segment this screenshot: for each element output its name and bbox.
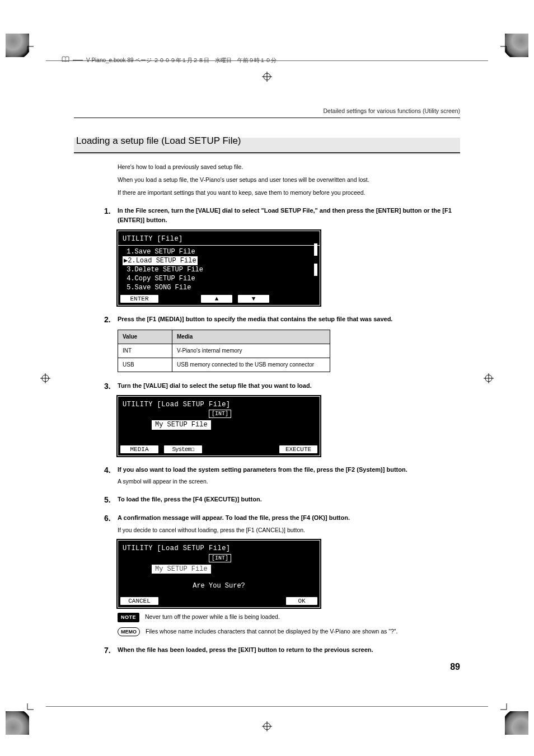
crop-mark [500, 40, 513, 53]
lcd-media-tag: [INT] [209, 410, 231, 419]
lcd-selected-file: My SETUP File [152, 420, 211, 429]
step-heading: In the File screen, turn the [VALUE] dia… [118, 206, 460, 225]
step-heading: If you also want to load the system sett… [118, 465, 460, 475]
intro-line: If there are important settings that you… [118, 188, 460, 198]
lcd-softkey-down: ▼ [238, 295, 269, 303]
lcd-softkey-cancel: CANCEL [120, 597, 158, 605]
lcd-softkey-ok: OK [286, 597, 317, 605]
lcd-softkey-media: MEDIA [120, 445, 158, 453]
table-header-value: Value [118, 330, 172, 344]
step-heading: Press the [F1 (MEDIA)] button to specify… [118, 314, 460, 324]
table-cell: INT [118, 344, 172, 358]
step-number: 2. [104, 313, 111, 326]
table-cell: USB [118, 358, 172, 372]
table-header-media: Media [172, 330, 330, 344]
step-number: 5. [104, 494, 111, 506]
lcd-row: 5.Save SONG File [123, 283, 315, 292]
intro-text: Here's how to load a previously saved se… [118, 162, 460, 197]
table-cell: V-Piano's internal memory [172, 344, 330, 358]
lcd-title: UTILITY [Load SETUP File] [123, 544, 315, 553]
memo-text: Files whose name includes characters tha… [146, 627, 397, 636]
lcd-title: UTILITY [File] [123, 234, 315, 243]
crop-mark [500, 703, 513, 716]
note-text: Never turn off the power while a file is… [145, 612, 280, 622]
running-head-rule [74, 118, 460, 118]
lcd-confirm-text: Are You Sure? [123, 581, 315, 590]
table-cell: USB memory connected to the USB memory c… [172, 358, 330, 372]
step-4: 4. If you also want to load the system s… [118, 465, 460, 486]
step-5: 5. To load the file, press the [F4 (EXEC… [118, 495, 460, 504]
lcd-softkey-execute: EXECUTE [279, 445, 317, 453]
lcd-confirm-screen: UTILITY [Load SETUP File] [INT] My SETUP… [118, 540, 320, 608]
step-6: 6. A confirmation message will appear. T… [118, 513, 460, 636]
media-table: Value Media INT V-Piano's internal memor… [118, 330, 330, 372]
lcd-row: 1.Save SETUP File [123, 247, 315, 256]
lcd-softkey-enter: ENTER [120, 295, 158, 303]
lcd-softkey-system: System☐ [164, 445, 202, 453]
step-heading: Turn the [VALUE] dial to select the setu… [118, 381, 460, 391]
lcd-scrollbar [314, 264, 317, 276]
crop-mark [21, 703, 34, 716]
table-row: INT V-Piano's internal memory [118, 344, 330, 358]
book-icon [62, 56, 69, 64]
step-3: 3. Turn the [VALUE] dial to select the s… [118, 381, 460, 456]
crop-mark [21, 40, 34, 53]
step-heading: When the file has been loaded, press the… [118, 645, 460, 655]
step-number: 1. [104, 205, 111, 217]
memo-callout: MEMO Files whose name includes character… [118, 627, 460, 636]
step-heading: To load the file, press the [F4 (EXECUTE… [118, 495, 460, 504]
section-title-rule [74, 152, 460, 153]
lcd-title: UTILITY [Load SETUP File] [123, 400, 315, 409]
lcd-row-selected: ▶2.Load SETUP File [123, 256, 315, 265]
lcd-selected-file: My SETUP File [152, 565, 211, 574]
registration-mark [262, 721, 272, 731]
table-row: USB USB memory connected to the USB memo… [118, 358, 330, 372]
note-badge: NOTE [118, 613, 139, 622]
step-7: 7. When the file has been loaded, press … [118, 645, 460, 655]
step-2: 2. Press the [F1 (MEDIA)] button to spec… [118, 314, 460, 372]
step-body: A symbol will appear in the screen. [118, 477, 460, 486]
lcd-scrollbar [314, 243, 317, 256]
step-number: 7. [104, 644, 111, 656]
step-number: 4. [104, 464, 111, 476]
lcd-load-setup-screen: UTILITY [Load SETUP File] [INT] My SETUP… [118, 396, 320, 456]
step-number: 6. [104, 512, 111, 524]
registration-mark [484, 373, 494, 383]
lcd-file-screen: UTILITY [File] 1.Save SETUP File ▶2.Load… [118, 231, 320, 305]
lcd-softkey-up: ▲ [201, 295, 232, 303]
lcd-row: 4.Copy SETUP File [123, 274, 315, 283]
step-1: 1. In the File screen, turn the [VALUE] … [118, 206, 460, 305]
section-title: Loading a setup file (Load SETUP File) [74, 131, 460, 152]
running-head: Detailed settings for various functions … [323, 107, 460, 114]
registration-mark [262, 72, 272, 82]
memo-badge: MEMO [118, 627, 140, 636]
lcd-media-tag: [INT] [209, 554, 231, 563]
step-heading: A confirmation message will appear. To l… [118, 513, 460, 523]
lcd-row: 3.Delete SETUP File [123, 265, 315, 274]
print-header: V-Piano_e.book 89 ページ ２００９年１月２８日 水曜日 午前９… [62, 56, 472, 64]
step-body: If you decide to cancel without loading,… [118, 525, 460, 535]
step-number: 3. [104, 380, 111, 392]
bottom-page-rule [46, 706, 488, 707]
print-header-text: V-Piano_e.book 89 ページ ２００９年１月２８日 水曜日 午前９… [86, 57, 277, 64]
header-rule [73, 60, 83, 60]
page-number: 89 [450, 662, 460, 672]
note-callout: NOTE Never turn off the power while a fi… [118, 612, 460, 622]
registration-mark [40, 373, 50, 383]
intro-line: Here's how to load a previously saved se… [118, 162, 460, 172]
intro-line: When you load a setup file, the V-Piano'… [118, 175, 460, 185]
